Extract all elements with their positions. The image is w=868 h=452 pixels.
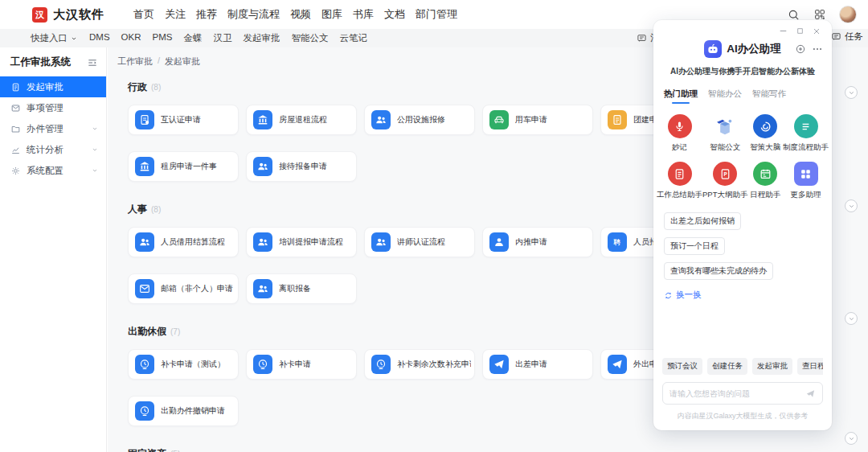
assistant-item[interactable]: PPPT大纲助手 [702, 162, 747, 200]
ai-panel-tab[interactable]: 智能办公 [708, 88, 742, 104]
gear-icon [10, 166, 21, 176]
qr-code-icon[interactable] [813, 8, 826, 21]
minimize-icon[interactable] [778, 26, 788, 36]
approval-card[interactable]: 租房申请一件事 [128, 151, 239, 182]
suggestion-chip[interactable]: 出差之后如何报销 [664, 212, 741, 230]
quickbar-item[interactable]: DMS [89, 32, 110, 44]
topnav-item[interactable]: 制度与流程 [227, 7, 280, 22]
people-icon [371, 110, 391, 129]
topnav-item[interactable]: 文档 [384, 7, 405, 22]
topnav-item[interactable]: 推荐 [196, 7, 217, 22]
assistant-label: 制度流程助手 [783, 142, 829, 153]
approval-card[interactable]: 房屋退租流程 [246, 105, 357, 135]
approval-card[interactable]: 补卡剩余次数补充申请 [364, 349, 475, 380]
quick-action-chip[interactable]: 查日程 [797, 358, 823, 375]
approval-card[interactable]: 互认证申请 [128, 105, 239, 135]
assistant-item[interactable]: 工作总结助手 [657, 162, 702, 200]
user-avatar[interactable] [839, 6, 857, 23]
ai-question-input[interactable] [669, 389, 800, 398]
approval-card[interactable]: 用车申请 [482, 105, 593, 135]
sidebar-item[interactable]: 事项管理 [0, 97, 106, 118]
quickbar-item[interactable]: 发起审批 [243, 32, 280, 44]
new-chat-icon[interactable] [795, 43, 806, 55]
tasks-button[interactable]: 任务 [831, 31, 863, 43]
assistant-grid: 妙记智能公文智策大脑制度流程助手工作总结助手PPPT大纲助手日程助手更多助理 [657, 114, 829, 200]
approval-card[interactable]: 内推申请 [482, 227, 593, 257]
quickbar-item[interactable]: OKR [121, 32, 141, 44]
sidebar-collapse-icon[interactable] [87, 57, 98, 68]
approval-card[interactable]: 培训提报申请流程 [246, 227, 357, 257]
section-collapse-button[interactable] [845, 86, 858, 99]
sidebar-item[interactable]: 统计分析 [0, 139, 106, 160]
topnav-item[interactable]: 首页 [133, 7, 154, 22]
approval-card[interactable]: 出勤办件撤销申请 [128, 396, 239, 426]
quick-action-chip[interactable]: 创建任务 [707, 358, 747, 375]
topnav-item[interactable]: 书库 [353, 7, 374, 22]
quick-entry-label: 快捷入口 [31, 32, 68, 44]
approval-card[interactable]: 人员借用结算流程 [128, 227, 239, 257]
assistant-item[interactable]: 妙记 [657, 114, 702, 153]
breadcrumb-parent[interactable]: 工作审批 [117, 55, 153, 68]
sidebar-item[interactable]: 系统配置 [0, 160, 106, 181]
quick-entry-dropdown[interactable]: 快捷入口 [31, 32, 78, 44]
assistant-item[interactable]: 智策大脑 [747, 114, 783, 153]
approval-card-label: 出勤办件撤销申请 [161, 405, 225, 417]
approval-card-label: 离职报备 [279, 283, 311, 294]
ai-disclaimer: 内容由星汉Galaxy大模型生成，仅供参考 [662, 411, 823, 421]
approval-card[interactable]: 接待报备申请 [246, 151, 357, 182]
quickbar-item[interactable]: 云笔记 [339, 32, 367, 44]
refresh-label: 换一换 [676, 290, 702, 301]
approval-card[interactable]: 邮箱（非个人）申请 [128, 273, 239, 304]
approval-card[interactable]: 补卡申请 [246, 349, 357, 380]
topnav-item[interactable]: 关注 [165, 7, 186, 22]
approval-card-label: 用车申请 [515, 114, 547, 125]
approval-card[interactable]: 讲师认证流程 [364, 227, 475, 257]
app-logo-icon: 汉 [32, 7, 47, 23]
quickbar-item[interactable]: 智能公文 [291, 32, 328, 44]
quick-action-chip[interactable]: 发起审批 [752, 358, 792, 375]
ai-panel-tab[interactable]: 智能写作 [752, 88, 786, 104]
topnav-item[interactable]: 部门管理 [416, 7, 457, 22]
ai-panel-tab[interactable]: 热门助理 [664, 88, 698, 104]
approval-card[interactable]: 补卡申请（测试） [128, 349, 239, 380]
suggestion-chip[interactable]: 预订一个日程 [664, 237, 725, 255]
quickbar-item[interactable]: PMS [152, 32, 172, 44]
section-title: 行政 [128, 80, 147, 94]
assistant-item[interactable]: 更多助理 [783, 162, 829, 200]
send-icon[interactable] [805, 388, 816, 399]
section-collapse-button[interactable] [845, 199, 858, 212]
assistant-item[interactable]: 日程助手 [747, 162, 783, 200]
folder-icon [10, 124, 21, 134]
approval-card[interactable]: 离职报备 [246, 273, 357, 304]
close-icon[interactable] [812, 26, 821, 36]
refresh-suggestions-button[interactable]: 换一换 [664, 290, 832, 301]
search-icon[interactable] [787, 8, 800, 22]
approval-card-label: 内推申请 [515, 236, 547, 248]
mail-icon [10, 103, 21, 113]
assistant-item[interactable]: 智能公文 [702, 114, 747, 153]
topnav-item[interactable]: 图库 [321, 7, 342, 22]
quickbar-item[interactable]: 金蝶 [183, 32, 202, 44]
assistant-label: PPT大纲助手 [702, 190, 747, 200]
approval-card-label: 公用设施报修 [397, 114, 445, 125]
approval-card[interactable]: 出差申请 [482, 349, 593, 380]
topnav-item[interactable]: 视频 [290, 7, 311, 22]
doc-icon [10, 82, 21, 92]
assistant-item[interactable]: 制度流程助手 [783, 114, 829, 153]
suggestion-chip[interactable]: 查询我有哪些未完成的待办 [664, 262, 773, 280]
maximize-icon[interactable] [796, 26, 805, 36]
approval-card[interactable]: 公用设施报修 [364, 105, 475, 135]
quickbar-item[interactable]: 汉卫 [213, 32, 231, 44]
breadcrumb-current: 发起审批 [165, 55, 200, 68]
more-options-icon[interactable] [812, 43, 823, 55]
bank-icon [253, 110, 272, 129]
sidebar-item[interactable]: 办件管理 [0, 118, 106, 139]
quick-action-chip[interactable]: 预订会议 [662, 358, 702, 375]
section-collapse-button[interactable] [845, 312, 858, 325]
window-controls [778, 26, 821, 36]
ai-panel-tabs: 热门助理智能办公智能写作 [664, 88, 832, 104]
ai-panel-subtitle: AI办公助理与你携手开启智能办公新体验 [653, 66, 832, 77]
section-collapse-button[interactable] [845, 432, 858, 445]
sidebar-item[interactable]: 发起审批 [0, 76, 106, 97]
mail-icon [135, 279, 154, 298]
